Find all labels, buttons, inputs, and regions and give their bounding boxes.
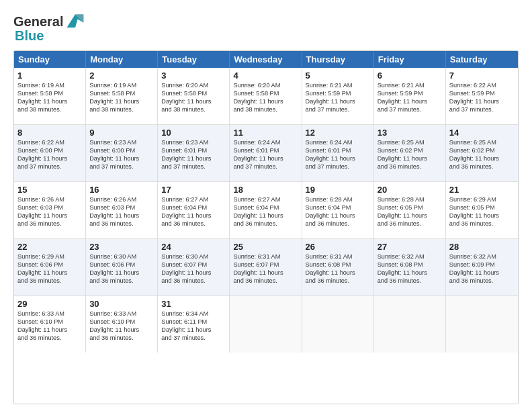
cell-info-line: and 36 minutes.	[378, 220, 442, 228]
cell-info-line: Sunset: 5:58 PM	[89, 90, 154, 98]
day-number: 8	[17, 128, 82, 138]
cell-info-line: and 36 minutes.	[89, 334, 154, 342]
cell-info-line: Sunset: 6:00 PM	[89, 147, 154, 155]
day-number: 7	[449, 71, 515, 81]
header: General Blue	[13, 11, 519, 44]
calendar-cell: 23Sunrise: 6:30 AMSunset: 6:06 PMDayligh…	[86, 239, 158, 295]
cell-info-line: Sunrise: 6:21 AM	[306, 82, 370, 90]
day-number: 18	[233, 185, 298, 195]
cell-info-line: Daylight: 11 hours	[378, 212, 442, 220]
cell-info-line: Sunset: 6:00 PM	[17, 147, 82, 155]
day-number: 9	[89, 128, 154, 138]
header-day-wednesday: Wednesday	[230, 51, 302, 68]
cell-info-line: Sunset: 6:10 PM	[17, 318, 82, 326]
calendar-cell: 11Sunrise: 6:24 AMSunset: 6:01 PMDayligh…	[230, 125, 302, 181]
cell-info-line: Sunrise: 6:34 AM	[161, 310, 226, 318]
cell-info-line: Sunrise: 6:26 AM	[89, 196, 154, 204]
calendar-cell: 4Sunrise: 6:20 AMSunset: 5:58 PMDaylight…	[230, 68, 302, 124]
cell-info-line: Sunset: 5:58 PM	[233, 90, 298, 98]
calendar-cell: 18Sunrise: 6:27 AMSunset: 6:04 PMDayligh…	[230, 182, 302, 238]
day-number: 10	[161, 128, 226, 138]
cell-info-line: Sunset: 6:03 PM	[89, 204, 154, 212]
calendar-cell: 14Sunrise: 6:25 AMSunset: 6:02 PMDayligh…	[446, 125, 518, 181]
cell-info-line: Sunset: 6:01 PM	[161, 147, 226, 155]
cell-info-line: Sunset: 5:59 PM	[378, 90, 442, 98]
cell-info-line: Sunrise: 6:30 AM	[89, 253, 154, 261]
logo: General Blue	[13, 11, 86, 44]
day-number: 30	[89, 299, 154, 309]
cell-info-line: Sunrise: 6:20 AM	[233, 82, 298, 90]
cell-info-line: Sunrise: 6:27 AM	[233, 196, 298, 204]
header-day-saturday: Saturday	[446, 51, 518, 68]
calendar-cell: 15Sunrise: 6:26 AMSunset: 6:03 PMDayligh…	[14, 182, 86, 238]
cell-info-line: Sunrise: 6:28 AM	[378, 196, 442, 204]
cell-info-line: and 37 minutes.	[306, 163, 370, 171]
header-day-monday: Monday	[86, 51, 158, 68]
calendar-row-2: 8Sunrise: 6:22 AMSunset: 6:00 PMDaylight…	[14, 124, 518, 181]
cell-info-line: and 37 minutes.	[17, 163, 82, 171]
cell-info-line: Daylight: 11 hours	[161, 269, 226, 277]
cell-info-line: Daylight: 11 hours	[449, 155, 515, 163]
day-number: 26	[306, 242, 370, 252]
cell-info-line: Sunrise: 6:31 AM	[233, 253, 298, 261]
cell-info-line: Daylight: 11 hours	[89, 155, 154, 163]
day-number: 17	[161, 185, 226, 195]
calendar-cell	[374, 296, 446, 353]
cell-info-line: Daylight: 11 hours	[161, 326, 226, 334]
calendar-cell: 24Sunrise: 6:30 AMSunset: 6:07 PMDayligh…	[158, 239, 230, 295]
cell-info-line: and 36 minutes.	[17, 220, 82, 228]
calendar-cell	[302, 296, 374, 353]
calendar-cell: 30Sunrise: 6:33 AMSunset: 6:10 PMDayligh…	[86, 296, 158, 353]
cell-info-line: Daylight: 11 hours	[17, 155, 82, 163]
calendar-cell: 1Sunrise: 6:19 AMSunset: 5:58 PMDaylight…	[14, 68, 86, 124]
cell-info-line: Daylight: 11 hours	[233, 155, 298, 163]
cell-info-line: and 36 minutes.	[161, 277, 226, 285]
cell-info-line: and 36 minutes.	[378, 277, 442, 285]
calendar-row-5: 29Sunrise: 6:33 AMSunset: 6:10 PMDayligh…	[14, 295, 518, 353]
cell-info-line: and 37 minutes.	[233, 163, 298, 171]
cell-info-line: and 36 minutes.	[449, 163, 515, 171]
cell-info-line: and 38 minutes.	[161, 106, 226, 114]
cell-info-line: Sunrise: 6:21 AM	[378, 82, 442, 90]
calendar-cell	[230, 296, 302, 353]
cell-info-line: Sunset: 6:02 PM	[449, 147, 515, 155]
cell-info-line: Sunrise: 6:32 AM	[378, 253, 442, 261]
cell-info-line: Sunrise: 6:20 AM	[161, 82, 226, 90]
calendar-row-1: 1Sunrise: 6:19 AMSunset: 5:58 PMDaylight…	[14, 68, 518, 124]
calendar-body: 1Sunrise: 6:19 AMSunset: 5:58 PMDaylight…	[14, 68, 518, 353]
cell-info-line: Daylight: 11 hours	[306, 212, 370, 220]
day-number: 11	[233, 128, 298, 138]
cell-info-line: and 37 minutes.	[449, 106, 515, 114]
cell-info-line: and 37 minutes.	[378, 106, 442, 114]
cell-info-line: Sunset: 6:11 PM	[161, 318, 226, 326]
day-number: 23	[89, 242, 154, 252]
day-number: 21	[449, 185, 515, 195]
calendar-cell: 7Sunrise: 6:22 AMSunset: 5:59 PMDaylight…	[446, 68, 518, 124]
cell-info-line: and 36 minutes.	[161, 220, 226, 228]
day-number: 2	[89, 71, 154, 81]
cell-info-line: Daylight: 11 hours	[89, 212, 154, 220]
cell-info-line: Sunset: 6:01 PM	[233, 147, 298, 155]
cell-info-line: and 36 minutes.	[233, 220, 298, 228]
cell-info-line: and 37 minutes.	[306, 106, 370, 114]
cell-info-line: Sunrise: 6:24 AM	[233, 139, 298, 147]
cell-info-line: and 36 minutes.	[306, 277, 370, 285]
cell-info-line: Sunrise: 6:25 AM	[449, 139, 515, 147]
logo-icon	[64, 11, 86, 32]
cell-info-line: and 36 minutes.	[233, 277, 298, 285]
day-number: 15	[17, 185, 82, 195]
day-number: 12	[306, 128, 370, 138]
calendar-cell: 21Sunrise: 6:29 AMSunset: 6:05 PMDayligh…	[446, 182, 518, 238]
calendar-cell: 19Sunrise: 6:28 AMSunset: 6:04 PMDayligh…	[302, 182, 374, 238]
calendar-cell: 10Sunrise: 6:23 AMSunset: 6:01 PMDayligh…	[158, 125, 230, 181]
cell-info-line: and 37 minutes.	[89, 163, 154, 171]
cell-info-line: Daylight: 11 hours	[161, 212, 226, 220]
cell-info-line: Sunset: 6:03 PM	[17, 204, 82, 212]
cell-info-line: Sunset: 6:10 PM	[89, 318, 154, 326]
cell-info-line: Sunrise: 6:26 AM	[17, 196, 82, 204]
cell-info-line: Sunrise: 6:19 AM	[17, 82, 82, 90]
cell-info-line: Sunrise: 6:33 AM	[17, 310, 82, 318]
day-number: 6	[378, 71, 442, 81]
cell-info-line: Sunrise: 6:28 AM	[306, 196, 370, 204]
cell-info-line: and 36 minutes.	[17, 334, 82, 342]
